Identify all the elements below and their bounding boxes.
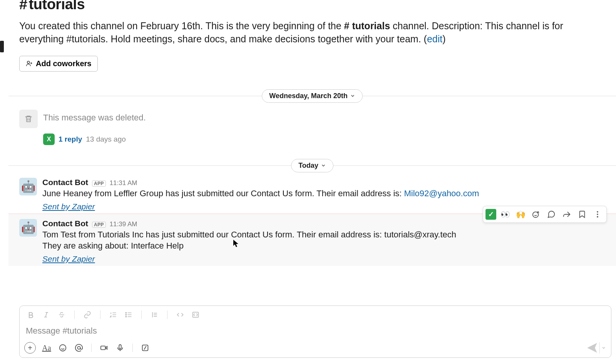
- edit-description-link[interactable]: edit: [427, 33, 442, 44]
- code-button[interactable]: [174, 309, 186, 321]
- message-input[interactable]: [20, 321, 611, 340]
- code-icon: [176, 311, 184, 319]
- sent-by-zapier-link[interactable]: Sent by Zapier: [42, 254, 456, 264]
- svg-point-7: [126, 316, 127, 317]
- close-paren: ): [442, 33, 445, 44]
- svg-point-10: [77, 346, 80, 349]
- svg-point-2: [597, 211, 598, 212]
- italic-button[interactable]: [40, 309, 52, 321]
- toolbar-separator: [91, 344, 92, 352]
- bookmark-button[interactable]: [576, 208, 589, 221]
- message-author[interactable]: Contact Bot: [42, 178, 88, 187]
- blockquote-button[interactable]: [149, 309, 160, 321]
- svg-rect-12: [119, 345, 121, 349]
- code-block-button[interactable]: [190, 309, 201, 321]
- bullet-list-icon: [125, 311, 132, 319]
- svg-rect-11: [101, 346, 105, 349]
- microphone-icon: [116, 344, 124, 352]
- message-header: Contact Bot APP 11:39 AM: [42, 219, 456, 228]
- smile-icon: [59, 344, 67, 352]
- composer-left-actions: + Aa: [24, 342, 151, 354]
- bullet-list-button[interactable]: [123, 309, 134, 321]
- channel-title: # tutorials: [19, 0, 605, 13]
- message-timestamp[interactable]: 11:31 AM: [110, 179, 137, 187]
- add-coworkers-button[interactable]: Add coworkers: [19, 56, 98, 72]
- send-button[interactable]: [586, 342, 599, 354]
- video-clip-button[interactable]: [99, 342, 109, 353]
- message-body: June Heaney from Leffler Group has just …: [42, 188, 479, 199]
- shortcuts-button[interactable]: [140, 342, 151, 353]
- chevron-down-icon: [321, 163, 326, 168]
- message-row-hovered[interactable]: 🤖 Contact Bot APP 11:39 AM Tom Test from…: [8, 214, 616, 266]
- strikethrough-button[interactable]: [56, 309, 67, 321]
- ordered-list-icon: [109, 311, 117, 319]
- trash-icon: [24, 115, 33, 123]
- blockquote-icon: [151, 311, 158, 319]
- formatting-toggle-button[interactable]: Aa: [41, 342, 52, 353]
- reaction-eyes-button[interactable]: 👀: [499, 208, 512, 221]
- chevron-down-icon: [350, 93, 355, 99]
- email-link[interactable]: Milo92@yahoo.com: [404, 189, 479, 198]
- italic-icon: [42, 311, 50, 319]
- send-area: [586, 342, 607, 354]
- date-pill[interactable]: Wednesday, March 20th: [262, 89, 362, 103]
- message-body: Tom Test from Tutorials Inc has just sub…: [42, 229, 456, 251]
- body-text: June Heaney from Leffler Group has just …: [42, 189, 404, 198]
- reply-count: 1 reply: [59, 135, 82, 144]
- channel-ref: # tutorials: [344, 20, 390, 31]
- video-icon: [100, 344, 108, 352]
- bold-button[interactable]: [25, 309, 37, 321]
- message-content: Contact Bot APP 11:31 AM June Heaney fro…: [42, 178, 479, 211]
- thread-icon: [547, 210, 556, 219]
- send-options-button[interactable]: [599, 342, 607, 354]
- bot-avatar: 🤖: [19, 219, 37, 237]
- message-header: Contact Bot APP 11:31 AM: [42, 178, 479, 187]
- thread-summary[interactable]: X 1 reply 13 days ago: [43, 134, 616, 145]
- reply-thread-button[interactable]: [545, 208, 558, 221]
- thread-avatar: X: [43, 134, 55, 145]
- formatting-toolbar: [20, 306, 611, 321]
- trash-icon-box: [19, 110, 38, 128]
- body-line-2: They are asking about: Interface Help: [42, 241, 184, 250]
- share-message-button[interactable]: [560, 208, 573, 221]
- app-badge: APP: [92, 180, 106, 187]
- hash-icon: #: [19, 0, 27, 13]
- date-label: Wednesday, March 20th: [269, 92, 347, 100]
- link-button[interactable]: [82, 309, 93, 321]
- svg-point-0: [27, 61, 30, 63]
- bot-avatar: 🤖: [19, 178, 37, 195]
- date-pill-today[interactable]: Today: [291, 159, 333, 172]
- mention-button[interactable]: [74, 342, 84, 353]
- slash-box-icon: [141, 344, 149, 352]
- smile-plus-icon: [532, 210, 540, 219]
- reaction-raised-hands-button[interactable]: 🙌: [514, 208, 527, 221]
- date-label-today: Today: [298, 162, 318, 170]
- intro-text-before: You created this channel on February 16t…: [19, 20, 344, 31]
- more-actions-button[interactable]: [591, 208, 604, 221]
- ordered-list-button[interactable]: [107, 309, 119, 321]
- channel-description: You created this channel on February 16t…: [19, 20, 605, 46]
- body-line-1: Tom Test from Tutorials Inc has just sub…: [42, 230, 456, 239]
- attach-button[interactable]: +: [24, 342, 36, 354]
- kebab-icon: [593, 210, 602, 219]
- reaction-check-button[interactable]: ✓: [485, 209, 496, 220]
- bookmark-icon: [578, 210, 586, 219]
- deleted-message-row: This message was deleted.: [8, 103, 616, 128]
- message-author[interactable]: Contact Bot: [42, 219, 88, 228]
- toolbar-separator: [132, 344, 133, 352]
- toolbar-separator: [141, 311, 142, 319]
- audio-clip-button[interactable]: [115, 342, 126, 353]
- svg-point-9: [60, 345, 66, 351]
- message-timestamp[interactable]: 11:39 AM: [110, 220, 137, 228]
- toolbar-separator: [167, 311, 167, 319]
- composer-wrap: + Aa: [19, 306, 611, 358]
- link-icon: [84, 311, 91, 319]
- sent-by-zapier-link[interactable]: Sent by Zapier: [42, 202, 479, 211]
- message-composer: + Aa: [19, 306, 611, 358]
- add-reaction-button[interactable]: [529, 208, 542, 221]
- date-divider: Wednesday, March 20th: [8, 89, 616, 103]
- composer-bottom-row: + Aa: [20, 340, 611, 357]
- emoji-button[interactable]: [57, 342, 68, 353]
- svg-point-1: [533, 212, 539, 217]
- left-window-stub: [0, 41, 4, 52]
